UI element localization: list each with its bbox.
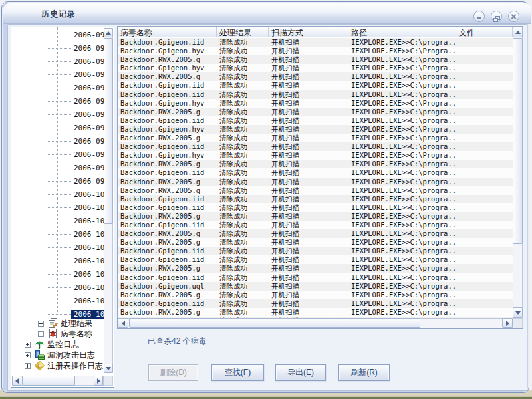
column-header-0[interactable]: 病毒名称 — [118, 27, 217, 37]
export-button[interactable]: 导出(E) — [275, 364, 326, 381]
virus-doc-icon — [47, 329, 59, 339]
cell-0: Backdoor.Gpigeon.iid — [118, 81, 217, 90]
table-row[interactable]: Backdoor.Gpigeon.iid清除成功开机扫描IEXPLORE.EXE… — [118, 221, 513, 229]
close-button[interactable] — [508, 11, 519, 22]
tree-branch-item[interactable]: 监控日志 — [25, 339, 104, 350]
table-row[interactable]: Backdoor.Gpigeon.iid清除成功开机扫描IEXPLORE.EXE… — [118, 273, 513, 282]
tree-branch-label[interactable]: 处理结果 — [61, 318, 92, 329]
table-row[interactable]: Backdoor.RWX.2005.g清除成功开机扫描IEXPLORE.EXE>… — [118, 308, 513, 317]
tree-date-item[interactable]: 2006-09- — [47, 161, 104, 174]
cell-2: 开机扫描 — [269, 229, 348, 238]
table-row[interactable]: Backdoor.Gpigeon.iid清除成功开机扫描IEXPLORE.EXE… — [118, 142, 513, 151]
tree-date-item[interactable]: 2006-09- — [47, 81, 104, 94]
tree-scroll-down-button[interactable] — [104, 364, 113, 373]
virus-log-table: 病毒名称处理结果扫描方式路径文件 Backdoor.Gpigeon.iid清除成… — [117, 26, 523, 329]
tree-date-item[interactable]: 2006-10- — [47, 227, 104, 241]
table-row[interactable]: Backdoor.RWX.2005.g清除成功开机扫描IEXPLORE.EXE>… — [118, 186, 513, 195]
column-header-1[interactable]: 处理结果 — [217, 27, 269, 37]
table-row[interactable]: Backdoor.RWX.2005.g清除成功开机扫描IEXPLORE.EXE>… — [118, 55, 513, 64]
tree-date-item[interactable]: 2006-09- — [47, 28, 104, 41]
tree-branch-label[interactable]: 病毒名称 — [61, 329, 92, 339]
tree-branch-label[interactable]: 漏洞攻击日志 — [47, 350, 95, 360]
expand-plus-icon[interactable] — [25, 342, 31, 348]
table-row[interactable]: Backdoor.Gpigeon.uql清除成功开机扫描IEXPLORE.EXE… — [118, 282, 513, 291]
table-row[interactable]: Backdoor.RWX.2005.g清除成功开机扫描IEXPLORE.EXE>… — [118, 264, 513, 273]
minimize-button[interactable] — [473, 11, 485, 22]
tree-date-item[interactable]: 2006-09- — [47, 108, 104, 121]
tree-branch-item[interactable]: 病毒名称 — [38, 329, 104, 339]
table-row[interactable]: Backdoor.Gpigeon.iid清除成功开机扫描IEXPLORE.EXE… — [118, 247, 513, 255]
table-row[interactable]: Backdoor.RWX.2005.g清除成功开机扫描IEXPLORE.EXE>… — [118, 178, 513, 186]
tree-date-item[interactable]: 2006-09- — [47, 55, 104, 68]
table-row[interactable]: Backdoor.Gpigeon.iid清除成功开机扫描IEXPLORE.EXE… — [118, 168, 513, 177]
table-row[interactable]: Backdoor.RWX.2005.g清除成功开机扫描IEXPLORE.EXE>… — [118, 108, 513, 116]
table-row[interactable]: Backdoor.Gpigeon.iid清除成功开机扫描IEXPLORE.EXE… — [118, 116, 513, 125]
arrow-left-icon — [15, 378, 19, 384]
column-header-2[interactable]: 扫描方式 — [269, 27, 348, 37]
tree-date-item[interactable]: 2006-10- — [47, 281, 104, 294]
tree-scroll-up-button[interactable] — [104, 28, 113, 37]
tree-scroll-right-button[interactable] — [94, 376, 103, 386]
tree-date-item[interactable]: 2006-09- — [47, 94, 104, 108]
tree-date-item[interactable]: 2006-09- — [47, 41, 104, 55]
table-row[interactable]: Backdoor.RWX.2005.g清除成功开机扫描IEXPLORE.EXE>… — [118, 134, 513, 142]
tree-date-item[interactable]: 2006-10- — [47, 254, 104, 267]
table-row[interactable]: Backdoor.RWX.2005.g清除成功开机扫描IEXPLORE.EXE>… — [118, 238, 513, 247]
table-row[interactable]: Backdoor.Gpigeon.hyv清除成功开机扫描IEXPLORE.EXE… — [118, 125, 513, 134]
table-row[interactable]: Backdoor.Gpigeon.hyv清除成功开机扫描IEXPLORE.EXE… — [118, 99, 513, 108]
table-row[interactable]: Backdoor.RWX.2005.g清除成功开机扫描IEXPLORE.EXE>… — [118, 160, 513, 168]
tree-branch-item[interactable]: 漏洞攻击日志 — [25, 350, 104, 360]
table-row[interactable]: Backdoor.Gpigeon.iid清除成功开机扫描IEXPLORE.EXE… — [118, 255, 513, 264]
table-row[interactable]: Backdoor.Gpigeon.iid清除成功开机扫描IEXPLORE.EXE… — [118, 299, 513, 308]
table-row[interactable]: Backdoor.RWX.2005.g清除成功开机扫描IEXPLORE.EXE>… — [118, 229, 513, 238]
column-header-4[interactable]: 文件 — [456, 27, 513, 37]
table-row[interactable]: Backdoor.Gpigeon.hyv清除成功开机扫描IEXPLORE.EXE… — [118, 47, 513, 55]
tree-vscroll-thumb[interactable] — [104, 38, 113, 224]
cell-0: Backdoor.Gpigeon.iid — [118, 116, 217, 125]
tree-date-item[interactable]: 2006-09- — [47, 134, 104, 148]
cell-0: Backdoor.RWX.2005.g — [118, 134, 217, 142]
tree-date-item[interactable]: 2006-09- — [47, 121, 104, 134]
tree-date-item[interactable]: 2006-10- — [47, 294, 104, 307]
tree-branch-label[interactable]: 监控日志 — [47, 339, 79, 350]
table-scroll-left-button[interactable] — [118, 318, 128, 328]
restore-button[interactable] — [491, 11, 502, 22]
table-row[interactable]: Backdoor.Gpigeon.hyv清除成功开机扫描IEXPLORE.EXE… — [118, 64, 513, 72]
table-row[interactable]: Backdoor.Gpigeon.iid清除成功开机扫描IEXPLORE.EXE… — [118, 203, 513, 212]
expand-plus-icon[interactable] — [38, 321, 44, 327]
tree-date-item[interactable]: 2006-10- — [47, 241, 104, 254]
table-row[interactable]: Backdoor.Gpigeon.iid清除成功开机扫描IEXPLORE.EXE… — [118, 195, 513, 203]
table-row[interactable]: Backdoor.RWX.2005.g清除成功开机扫描IEXPLORE.EXE>… — [118, 72, 513, 81]
table-row[interactable]: Backdoor.Gpigeon.hyv清除成功开机扫描IEXPLORE.EXE… — [118, 151, 513, 160]
refresh-button[interactable]: 刷新(R) — [338, 364, 390, 381]
tree-date-item[interactable]: 2006-10- — [47, 188, 104, 201]
table-hscroll-thumb[interactable] — [129, 318, 420, 328]
column-header-3[interactable]: 路径 — [348, 27, 456, 37]
tree-branch-label[interactable]: 注册表操作日志 — [47, 360, 103, 371]
tree-date-item[interactable]: 2006-10- — [47, 214, 104, 227]
expand-plus-icon[interactable] — [25, 363, 31, 369]
table-vscroll-thumb[interactable] — [513, 38, 523, 244]
cell-2: 开机扫描 — [269, 72, 348, 81]
expand-plus-icon[interactable] — [38, 331, 44, 337]
table-row[interactable]: Backdoor.Gpigeon.iid清除成功开机扫描IEXPLORE.EXE… — [118, 38, 513, 47]
table-scroll-right-button[interactable] — [502, 318, 513, 328]
tree-date-item[interactable]: 2006-10- — [47, 201, 104, 214]
tree-branch-item[interactable]: 注册表操作日志 — [25, 360, 104, 371]
tree-date-item[interactable]: 2006-09- — [47, 174, 104, 188]
expand-plus-icon[interactable] — [25, 352, 31, 358]
table-row[interactable]: Backdoor.Gpigeon.iid清除成功开机扫描IEXPLORE.EXE… — [118, 90, 513, 99]
table-row[interactable]: Backdoor.RWX.2005.g清除成功开机扫描IEXPLORE.EXE>… — [118, 212, 513, 221]
tree-date-item[interactable]: 2006-09- — [47, 68, 104, 81]
cell-1: 清除成功 — [217, 168, 269, 177]
tree-date-item[interactable]: 2006-09- — [47, 148, 104, 161]
table-scroll-down-button[interactable] — [513, 307, 523, 318]
table-row[interactable]: Backdoor.Gpigeon.iid清除成功开机扫描IEXPLORE.EXE… — [118, 81, 513, 90]
find-button[interactable]: 查找(F) — [211, 364, 264, 381]
table-row[interactable]: Backdoor.RWX.2005.g清除成功开机扫描IEXPLORE.EXE>… — [118, 291, 513, 299]
tree-branch-item[interactable]: 处理结果 — [38, 318, 104, 329]
tree-hscroll-thumb[interactable] — [22, 376, 75, 386]
tree-scroll-left-button[interactable] — [12, 376, 21, 386]
table-scroll-up-button[interactable] — [513, 27, 523, 37]
tree-date-item[interactable]: 2006-10- — [47, 267, 104, 281]
